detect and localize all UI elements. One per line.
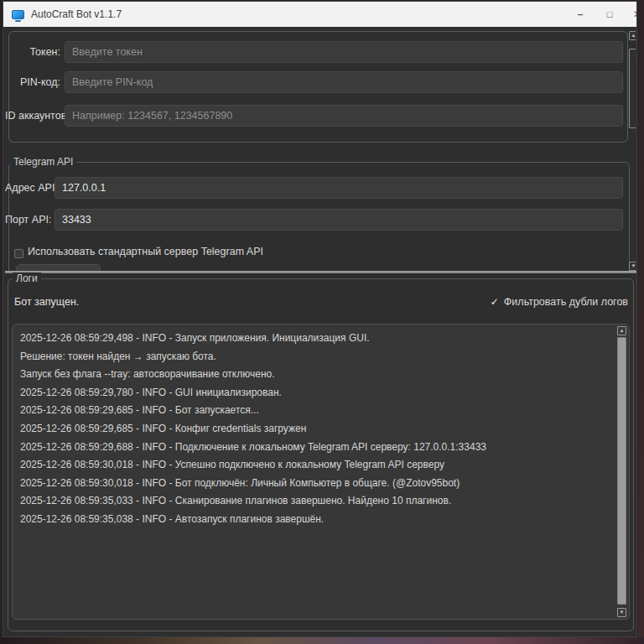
pin-label: PIN-код: bbox=[5, 71, 60, 93]
log-scroll-down-button[interactable]: ▼ bbox=[617, 608, 626, 617]
log-output[interactable]: 2025-12-26 08:59:29,498 - INFO - Запуск … bbox=[12, 324, 630, 620]
log-line: 2025-12-26 08:59:29,498 - INFO - Запуск … bbox=[20, 330, 610, 348]
log-scrollbar[interactable]: ▲ ▼ bbox=[617, 326, 627, 617]
log-line: 2025-12-26 08:59:29,685 - INFO - Бот зап… bbox=[20, 402, 610, 420]
scroll-down-icon: ▼ bbox=[631, 263, 636, 268]
scroll-down-icon: ▼ bbox=[620, 610, 625, 615]
bot-status-text: Бот запущен. bbox=[14, 296, 79, 308]
minimize-icon: – bbox=[578, 8, 584, 20]
maximize-button[interactable]: □ bbox=[598, 2, 621, 27]
desktop-background: AutoCraft Bot v1.1.7 – □ ✕ Токен: PIN-ко… bbox=[0, 0, 644, 644]
log-scroll-up-button[interactable]: ▲ bbox=[617, 326, 626, 335]
close-icon: ✕ bbox=[633, 8, 637, 20]
title-bar[interactable]: AutoCraft Bot v1.1.7 – □ ✕ bbox=[3, 2, 636, 27]
account-ids-input[interactable] bbox=[65, 105, 623, 127]
log-line: 2025-12-26 08:59:30,018 - INFO - Успешно… bbox=[20, 456, 610, 475]
close-button[interactable]: ✕ bbox=[626, 2, 637, 27]
log-line: 2025-12-26 08:59:35,033 - INFO - Сканиро… bbox=[20, 492, 610, 511]
window-title: AutoCraft Bot v1.1.7 bbox=[31, 8, 122, 20]
log-line: 2025-12-26 08:59:30,018 - INFO - Бот под… bbox=[20, 475, 610, 493]
scroll-down-button[interactable]: ▼ bbox=[629, 262, 636, 271]
log-scrollbar-thumb[interactable] bbox=[617, 337, 626, 605]
logs-group-title: Логи bbox=[13, 273, 41, 284]
app-window: AutoCraft Bot v1.1.7 – □ ✕ Токен: PIN-ко… bbox=[3, 1, 637, 637]
scrollbar-thumb[interactable] bbox=[629, 49, 636, 128]
scroll-up-icon: ▲ bbox=[620, 328, 625, 333]
log-line: 2025-12-26 08:59:29,688 - INFO - Подключ… bbox=[20, 439, 610, 457]
minimize-button[interactable]: – bbox=[569, 2, 592, 27]
api-port-input[interactable] bbox=[55, 209, 623, 231]
use-standard-server-label[interactable]: Использовать стандартный сервер Telegram… bbox=[28, 246, 263, 257]
pin-input[interactable] bbox=[65, 71, 623, 93]
log-line: 2025-12-26 08:59:29,685 - INFO - Конфиг … bbox=[20, 420, 610, 439]
log-line: 2025-12-26 08:59:35,038 - INFO - Автозап… bbox=[20, 511, 610, 529]
settings-scrollbar[interactable]: ▲ ▼ bbox=[629, 31, 636, 271]
scroll-up-icon: ▲ bbox=[631, 33, 636, 38]
account-ids-label: ID аккаунтов: bbox=[5, 105, 60, 127]
log-line: Запуск без флага --tray: автосворачивани… bbox=[20, 366, 610, 384]
use-standard-server-checkbox[interactable] bbox=[14, 249, 23, 258]
api-address-input[interactable] bbox=[55, 177, 623, 199]
api-address-label: Адрес API: bbox=[5, 177, 51, 199]
filter-duplicates-label: Фильтровать дубли логов bbox=[504, 296, 628, 308]
log-line: 2025-12-26 08:59:29,780 - INFO - GUI ини… bbox=[20, 384, 610, 402]
log-lines: 2025-12-26 08:59:29,498 - INFO - Запуск … bbox=[20, 330, 610, 529]
telegram-api-group-title: Telegram API bbox=[10, 156, 76, 168]
filter-duplicates-checkbox[interactable]: ✓ Фильтровать дубли логов bbox=[491, 296, 628, 308]
log-line: Решение: токен найден → запускаю бота. bbox=[20, 348, 610, 366]
token-label: Токен: bbox=[5, 41, 60, 63]
api-port-label: Порт API: bbox=[5, 209, 51, 231]
maximize-icon: □ bbox=[607, 9, 613, 19]
token-input[interactable] bbox=[65, 41, 623, 63]
check-icon: ✓ bbox=[491, 296, 499, 308]
splitter-handle[interactable] bbox=[5, 271, 636, 273]
scroll-up-button[interactable]: ▲ bbox=[629, 31, 636, 40]
app-monitor-icon bbox=[12, 10, 24, 19]
settings-scroll-area: Токен: PIN-код: ID аккаунтов: Telegram A… bbox=[5, 29, 636, 272]
